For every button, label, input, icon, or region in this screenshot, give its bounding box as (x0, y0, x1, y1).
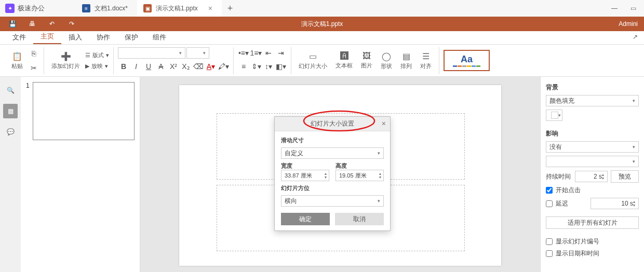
effect-section-label: 影响 (546, 129, 639, 138)
font-color-button[interactable]: A▾ (205, 61, 217, 72)
menu-collab[interactable]: 协作 (89, 31, 117, 44)
ok-button[interactable]: 确定 (281, 213, 330, 225)
thumbnails-button[interactable]: ▦ (3, 104, 18, 118)
print-icon[interactable]: 🖶 (28, 20, 36, 28)
delay-checkbox[interactable]: 延迟 (546, 199, 587, 208)
cut-icon[interactable]: ✂ (28, 62, 39, 74)
start-on-click-checkbox[interactable]: 开始点击 (546, 186, 639, 195)
fill-color-button[interactable]: ◧▾ (275, 61, 287, 72)
thumb-image (33, 82, 135, 140)
search-button[interactable]: 🔍 (3, 83, 18, 98)
effect-select[interactable]: 没有▾ (546, 141, 639, 153)
layout-button[interactable]: ☰ 版式 ▾ (85, 51, 109, 59)
clear-fmt-icon[interactable]: ⌫ (193, 61, 204, 72)
show-datetime-checkbox[interactable]: 显示日期和时间 (546, 249, 639, 258)
menu-home[interactable]: 主页 (33, 30, 61, 44)
duration-label: 持续时间 (546, 172, 572, 181)
apply-all-button[interactable]: 适用于所有幻灯片 (546, 216, 639, 229)
bg-color-picker[interactable]: ▾ (546, 110, 562, 121)
indent-dec-button[interactable]: ⇤ (263, 47, 274, 59)
align-label: 对齐 (420, 62, 432, 70)
font-family-select[interactable]: ▾ (118, 47, 185, 59)
user-name: Admini (619, 20, 638, 28)
undo-icon[interactable]: ↶ (48, 20, 56, 28)
dialog-title-bar[interactable]: 幻灯片大小设置 × (275, 117, 390, 131)
align-button[interactable]: ☰对齐 (417, 50, 435, 71)
minimize-button[interactable]: — (611, 5, 618, 12)
bold-button[interactable]: B (118, 61, 129, 72)
menu-file[interactable]: 文件 (5, 31, 33, 44)
show-datetime-label: 显示日期和时间 (556, 249, 599, 258)
subscript-button[interactable]: X₂ (180, 61, 192, 72)
font-size-select[interactable]: ▾ (186, 47, 209, 59)
dialog-close-button[interactable]: × (382, 119, 386, 128)
delay-label: 延迟 (556, 199, 568, 208)
app-brand: ✦ 极速办公 (0, 4, 50, 13)
align-left-button[interactable]: ≡ (238, 61, 249, 72)
delay-input[interactable]: 10 s▴▾ (591, 198, 639, 209)
ribbon-clipboard: 📋 粘贴 ⎘ ✂ (4, 47, 44, 74)
height-spinner[interactable]: 19.05 厘米▴▾ (336, 170, 384, 181)
slide-size-button[interactable]: ▭幻灯片大小 (296, 50, 330, 71)
quick-action-bar: 💾 🖶 ↶ ↷ 演示文稿1.pptx Admini (0, 17, 644, 31)
orientation-select[interactable]: 横向▾ (281, 195, 384, 207)
bg-fill-select[interactable]: 颜色填充▾ (546, 95, 639, 106)
shape-label: 形状 (381, 62, 392, 70)
properties-panel: 背景 颜色填充▾ ▾ 影响 没有▾ ▾ 持续时间 2 s▴▾ 预览 开始点击 延… (540, 77, 644, 272)
textbox-icon: 🅰 (340, 51, 348, 61)
duration-value: 2 s (594, 173, 602, 180)
indent-inc-button[interactable]: ⇥ (275, 47, 287, 59)
add-slide-button[interactable]: ➕ 添加幻灯片 (48, 50, 83, 71)
playback-button[interactable]: ▶ 放映 ▾ (85, 62, 109, 70)
paste-button[interactable]: 📋 粘贴 (8, 50, 26, 71)
layout-label: 版式 (92, 51, 104, 59)
collapse-ribbon-icon[interactable]: ↗ (633, 33, 638, 40)
ribbon-slides: ➕ 添加幻灯片 ☰ 版式 ▾ ▶ 放映 ▾ (44, 47, 114, 74)
comments-button[interactable]: 💬 (3, 125, 18, 139)
arrange-button[interactable]: ▤排列 (397, 50, 415, 71)
menu-protect[interactable]: 保护 (117, 31, 145, 44)
left-rail: 🔍 ▦ 💬 (0, 77, 21, 272)
show-slide-no-checkbox[interactable]: 显示幻灯片编号 (546, 237, 639, 246)
file-tabs: ≡ 文档1.docx* ▣ 演示文稿1.pptx × + (76, 0, 238, 17)
strike-button[interactable]: A (155, 61, 167, 72)
slide-thumbnail-1[interactable]: 1 (26, 82, 135, 140)
copy-icon[interactable]: ⎘ (28, 48, 39, 59)
underline-button[interactable]: U (143, 61, 154, 72)
height-label: 高度 (336, 162, 347, 169)
bullets-button[interactable]: •≡▾ (238, 47, 249, 59)
slide-size-icon: ▭ (309, 51, 317, 61)
cancel-button[interactable]: 取消 (335, 213, 384, 225)
height-value: 19.05 厘米 (339, 172, 367, 180)
duration-input[interactable]: 2 s▴▾ (575, 171, 608, 182)
maximize-button[interactable]: ▭ (629, 5, 637, 12)
save-icon[interactable]: 💾 (8, 20, 17, 28)
image-button[interactable]: 🖼图片 (358, 50, 375, 71)
theme-swatch[interactable]: Aa (444, 50, 490, 71)
slide-size-select[interactable]: 自定义▾ (281, 147, 384, 159)
effect-subtype-select[interactable]: ▾ (546, 156, 639, 167)
file-tab-ppt[interactable]: ▣ 演示文稿1.pptx × (137, 0, 222, 17)
document-title: 演示文稿1.pptx (301, 20, 343, 29)
file-tab-doc[interactable]: ≡ 文档1.docx* (76, 0, 137, 17)
menu-insert[interactable]: 插入 (61, 31, 89, 44)
preview-button[interactable]: 预览 (611, 170, 639, 183)
numbering-button[interactable]: 1≡▾ (250, 47, 262, 59)
line-spacing-button[interactable]: ⇕▾ (250, 61, 262, 72)
superscript-button[interactable]: X² (168, 61, 179, 72)
ppt-icon: ▣ (143, 4, 152, 12)
new-tab-button[interactable]: + (222, 0, 238, 17)
text-direction-button[interactable]: ↕▾ (263, 61, 274, 72)
highlight-button[interactable]: 🖍▾ (218, 61, 229, 72)
redo-icon[interactable]: ↷ (68, 20, 76, 28)
close-tab-icon[interactable]: × (208, 4, 212, 12)
shape-button[interactable]: ◯形状 (378, 50, 395, 71)
width-spinner[interactable]: 33.87 厘米▴▾ (281, 170, 329, 181)
textbox-button[interactable]: 🅰文本框 (332, 50, 356, 71)
menu-plugins[interactable]: 组件 (145, 31, 173, 44)
slide-size-dialog: 幻灯片大小设置 × 滑动尺寸 自定义▾ 宽度 33.87 厘米▴▾ 高度 19.… (274, 116, 391, 231)
ribbon-font: ▾ ▾ B I U A X² X₂ ⌫ A▾ 🖍▾ (114, 47, 234, 74)
theme-aa-icon: Aa (461, 54, 473, 65)
italic-button[interactable]: I (130, 61, 142, 72)
quick-actions: 💾 🖶 ↶ ↷ (0, 20, 84, 28)
